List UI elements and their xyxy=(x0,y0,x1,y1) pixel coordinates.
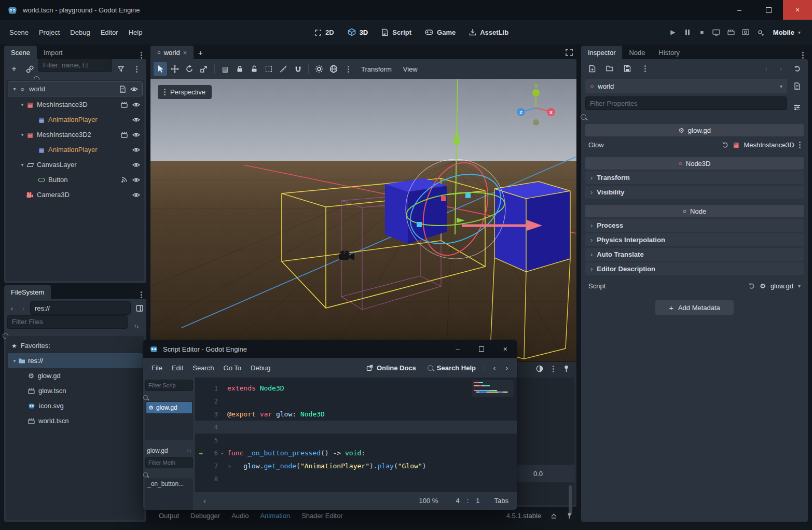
property-menu-icon[interactable] xyxy=(799,144,801,146)
visibility-eye-icon[interactable] xyxy=(132,177,140,183)
select-tool-button[interactable] xyxy=(154,62,167,76)
zoom-level[interactable]: 100 % xyxy=(419,497,438,505)
window-minimize-button[interactable]: – xyxy=(725,0,754,20)
onion-skin-icon[interactable] xyxy=(536,365,543,372)
move-tool-button[interactable] xyxy=(168,62,182,76)
script-back-button[interactable]: ‹ xyxy=(489,361,500,374)
add-node-button[interactable]: + xyxy=(7,62,21,76)
box-select-button[interactable]: ▤ xyxy=(218,62,232,76)
rotate-tool-button[interactable] xyxy=(183,62,196,76)
visibility-eye-icon[interactable] xyxy=(132,192,140,198)
pin-icon[interactable] xyxy=(567,512,572,519)
path-input[interactable] xyxy=(30,301,131,315)
menu-debug[interactable]: Debug xyxy=(246,358,274,378)
group-editor-description[interactable]: › Editor Description xyxy=(585,262,804,275)
unlock-button[interactable] xyxy=(247,62,261,76)
code-editor[interactable]: 1extends Node3D23@export var glow: Node3… xyxy=(195,378,517,491)
node-selector[interactable]: ○ world ▾ xyxy=(585,79,787,93)
online-docs-button[interactable]: Online Docs xyxy=(361,364,421,372)
pin-icon[interactable] xyxy=(563,365,569,372)
script-value[interactable]: glow.gd xyxy=(770,282,793,290)
environment-menu-button[interactable] xyxy=(341,62,355,76)
mode-assetlib[interactable]: AssetLib xyxy=(462,20,515,45)
collapse-arrow-icon[interactable]: ▾ xyxy=(11,86,18,92)
snap-button[interactable] xyxy=(291,62,305,76)
collapse-arrow-icon[interactable]: ▾ xyxy=(19,102,26,107)
scene-node-meshinstance3d2[interactable]: ▾ ▦ MeshInstance3D2 xyxy=(6,127,144,142)
mode-game[interactable]: Game xyxy=(418,20,462,45)
dock-menu-icon[interactable] xyxy=(141,54,142,56)
play-button[interactable]: ▶ xyxy=(666,25,680,39)
visibility-eye-icon[interactable] xyxy=(132,117,140,123)
scale-tool-button[interactable] xyxy=(197,62,211,76)
movie-writer-button[interactable] xyxy=(739,25,752,39)
scene-node-canvaslayer[interactable]: ▾ CanvasLayer xyxy=(6,157,144,172)
animation-clip-icon[interactable] xyxy=(121,132,128,138)
property-filter-button[interactable] xyxy=(790,101,804,114)
scene-filter-input[interactable] xyxy=(38,59,112,72)
view-menu[interactable]: View xyxy=(398,59,423,79)
new-scene-tab-button[interactable]: + xyxy=(194,46,207,59)
inspector-history-button[interactable] xyxy=(790,62,804,75)
new-resource-button[interactable] xyxy=(585,62,599,75)
pause-button[interactable] xyxy=(681,25,694,39)
perspective-button[interactable]: Perspective xyxy=(158,85,212,99)
history-forward-button[interactable]: › xyxy=(19,301,28,315)
group-auto-translate[interactable]: › Auto Translate xyxy=(585,248,804,261)
method-list-item[interactable]: _on_button... xyxy=(147,480,191,487)
chevron-down-icon[interactable]: ▾ xyxy=(798,283,801,289)
visibility-eye-icon[interactable] xyxy=(132,132,140,138)
collapse-arrow-icon[interactable]: ▾ xyxy=(11,358,18,364)
window-close-button[interactable]: × xyxy=(496,345,511,353)
tab-audio[interactable]: Audio xyxy=(226,508,254,523)
add-metadata-button[interactable]: + Add Metadata xyxy=(655,300,734,315)
attached-script-icon[interactable] xyxy=(119,86,126,93)
scene-node-button[interactable]: Button xyxy=(6,172,144,187)
transform-menu[interactable]: Transform xyxy=(356,59,397,79)
indent-mode[interactable]: Tabs xyxy=(494,497,508,505)
window-maximize-button[interactable] xyxy=(479,346,484,352)
script-window-titlebar[interactable]: Script Editor - Godot Engine – × xyxy=(143,340,517,358)
folder-row-res[interactable]: ▾ res:// xyxy=(8,353,143,368)
lock-button[interactable] xyxy=(233,62,246,76)
filter-files-input[interactable] xyxy=(7,315,128,329)
menu-file[interactable]: File xyxy=(147,358,167,378)
scene-node-animationplayer-1[interactable]: ▦ AnimationPlayer xyxy=(6,112,144,127)
visibility-eye-icon[interactable] xyxy=(132,102,140,108)
instance-scene-button[interactable] xyxy=(23,62,36,76)
group-process[interactable]: › Process xyxy=(585,219,804,232)
panel-menu-icon[interactable] xyxy=(553,368,554,370)
window-minimize-button[interactable]: – xyxy=(449,345,467,353)
collapse-arrow-icon[interactable]: ▾ xyxy=(19,132,26,137)
tab-scene[interactable]: Scene xyxy=(4,46,37,59)
mode-2d[interactable]: 2D xyxy=(307,20,341,45)
movie-maker-button[interactable] xyxy=(724,25,738,39)
sort-icon[interactable]: ↑↓ xyxy=(187,448,191,453)
filter-methods-input[interactable] xyxy=(145,457,193,468)
tab-inspector[interactable]: Inspector xyxy=(581,46,622,59)
menu-project[interactable]: Project xyxy=(34,20,65,45)
menu-debug[interactable]: Debug xyxy=(65,20,95,45)
filter-scripts-input[interactable] xyxy=(145,380,193,391)
split-dock-button[interactable] xyxy=(133,301,146,315)
scene-tree-menu-button[interactable] xyxy=(130,62,143,76)
run-profile-dropdown[interactable]: Mobile ▾ xyxy=(768,29,806,36)
scene-node-world[interactable]: ▾ ○ world xyxy=(8,81,143,96)
tab-close-icon[interactable]: × xyxy=(183,49,187,57)
revert-icon[interactable] xyxy=(722,142,728,148)
animation-clip-icon[interactable] xyxy=(121,102,128,108)
favorites-header[interactable]: ★ Favorites: xyxy=(6,338,144,353)
remote-debug-button[interactable] xyxy=(710,25,723,39)
group-physics-interpolation[interactable]: › Physics Interpolation xyxy=(585,233,804,246)
mode-script[interactable]: Script xyxy=(375,20,418,45)
category-script-glow[interactable]: ⚙ glow.gd xyxy=(585,124,804,136)
scene-node-camera3d[interactable]: Camera3D xyxy=(6,187,144,202)
ruler-button[interactable] xyxy=(277,62,290,76)
tab-filesystem[interactable]: FileSystem xyxy=(4,285,51,299)
filter-properties-input[interactable] xyxy=(585,96,787,110)
render-settings-button[interactable] xyxy=(753,25,767,39)
expand-panel-icon[interactable] xyxy=(550,512,557,519)
file-row-icon-svg[interactable]: icon.svg xyxy=(6,398,144,413)
menu-search[interactable]: Search xyxy=(188,358,218,378)
tab-import[interactable]: Import xyxy=(37,46,70,59)
